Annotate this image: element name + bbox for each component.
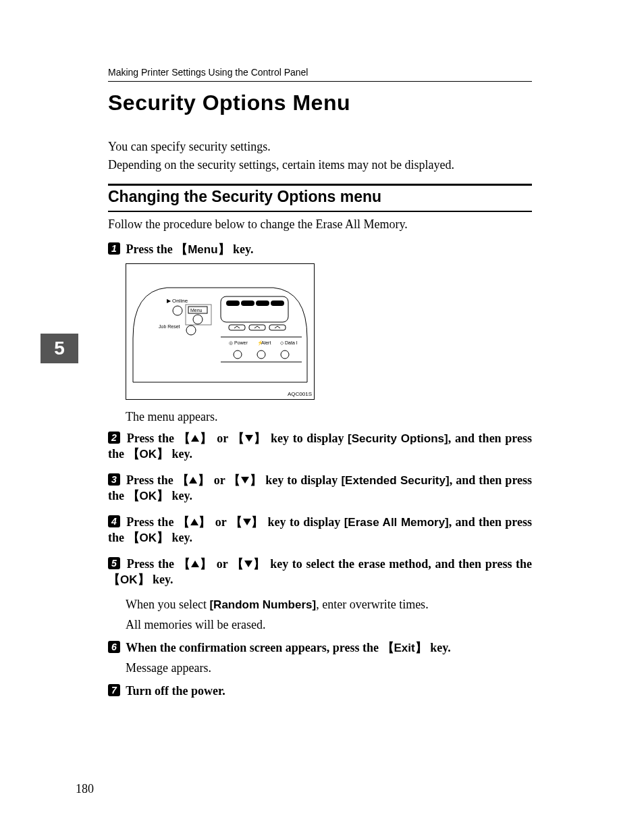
svg-text:Menu: Menu <box>190 308 203 313</box>
step-2: Press the 【】 or 【】 key to display [Secur… <box>108 431 532 463</box>
step-1-result: The menu appears. <box>126 409 532 425</box>
svg-rect-6 <box>249 325 265 330</box>
svg-point-17 <box>281 350 289 359</box>
section-rule-bottom <box>108 211 532 212</box>
step-badge-7 <box>108 684 120 696</box>
step-5: Press the 【】 or 【】 key to select the era… <box>108 556 532 588</box>
up-arrow-icon <box>191 561 199 567</box>
step-badge-3 <box>108 473 120 486</box>
svg-text:Data I: Data I <box>285 340 298 345</box>
svg-rect-0 <box>221 296 288 322</box>
page-header: Making Printer Settings Using the Contro… <box>108 66 532 82</box>
up-arrow-icon <box>189 477 197 484</box>
svg-point-15 <box>234 350 242 359</box>
svg-text:▶: ▶ <box>167 298 171 304</box>
svg-point-27 <box>186 325 196 335</box>
page-title: Security Options Menu <box>108 90 350 115</box>
svg-point-16 <box>257 350 265 359</box>
svg-rect-1 <box>226 301 240 306</box>
section-title: Changing the Security Options menu <box>108 188 381 206</box>
printer-panel-illustration: ◎ Power ⚡ Alert ◇ Data I ▶ Online Menu J… <box>126 263 315 400</box>
opt-erase-all-memory: [Erase All Memory] <box>344 516 449 529</box>
section-intro: Follow the procedure below to change the… <box>108 217 408 232</box>
opt-random-numbers: [Random Numbers] <box>209 598 316 611</box>
svg-text:◇: ◇ <box>280 340 284 345</box>
step-badge-4 <box>108 515 120 527</box>
opt-security-options: [Security Options] <box>348 432 448 445</box>
svg-point-21 <box>173 306 182 315</box>
step-badge-6 <box>108 641 120 653</box>
opt-extended-security: [Extended Security] <box>341 474 449 487</box>
step-1: Press the 【Menu】 key. <box>108 242 532 257</box>
step-badge-1 <box>108 242 120 255</box>
intro-line: You can specify security settings. Depen… <box>108 140 454 172</box>
step-1-post: key. <box>230 242 254 256</box>
step-1-pre: Press the <box>126 242 176 256</box>
intro-text: You can specify security settings. Depen… <box>108 138 532 174</box>
svg-rect-7 <box>269 325 286 330</box>
step-7: Turn off the power. <box>108 683 532 699</box>
svg-rect-4 <box>271 301 284 306</box>
step-badge-2 <box>108 432 120 444</box>
step-6: When the confirmation screen appears, pr… <box>108 640 532 656</box>
up-arrow-icon <box>190 519 198 525</box>
panel-svg: ◎ Power ⚡ Alert ◇ Data I ▶ Online Menu J… <box>126 264 314 399</box>
down-arrow-icon <box>241 477 249 484</box>
svg-text:Job Reset: Job Reset <box>159 324 180 329</box>
step-6-body: Message appears. <box>126 660 532 676</box>
menu-key-label: Menu <box>188 243 217 256</box>
svg-text:Online: Online <box>172 298 188 304</box>
svg-rect-5 <box>229 325 245 330</box>
down-arrow-icon <box>243 519 251 525</box>
up-arrow-icon <box>191 435 199 442</box>
svg-rect-3 <box>256 301 269 306</box>
svg-rect-2 <box>241 301 254 306</box>
illustration-code: AQC001S <box>288 391 312 397</box>
manual-page: Making Printer Settings Using the Contro… <box>0 0 644 834</box>
header-rule <box>108 81 532 82</box>
step-3: Press the 【】 or 【】 key to display [Exten… <box>108 473 532 504</box>
down-arrow-icon <box>245 435 253 442</box>
down-arrow-icon <box>244 561 252 567</box>
step-badge-5 <box>108 557 120 569</box>
chapter-tab: 5 <box>41 334 78 363</box>
section-rule-top <box>108 184 532 186</box>
page-number: 180 <box>76 782 94 796</box>
step-4: Press the 【】 or 【】 key to display [Erase… <box>108 515 532 546</box>
step-5-body2: All memories will be erased. <box>126 617 532 633</box>
step-5-body1: When you select [Random Numbers], enter … <box>126 597 532 613</box>
svg-text:Alert: Alert <box>261 340 271 345</box>
exit-key-label: Exit <box>394 642 415 654</box>
breadcrumb: Making Printer Settings Using the Contro… <box>108 67 308 78</box>
svg-text:◎: ◎ <box>229 340 233 345</box>
svg-text:Power: Power <box>234 340 248 345</box>
